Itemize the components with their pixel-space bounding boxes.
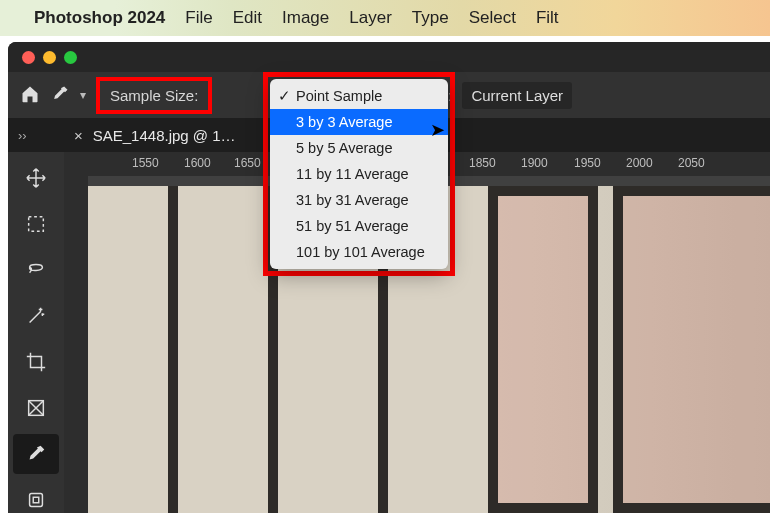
menu-file[interactable]: File <box>185 8 212 28</box>
window-zoom-button[interactable] <box>64 51 77 64</box>
move-tool[interactable] <box>13 158 59 198</box>
patch-tool[interactable] <box>13 480 59 513</box>
menu-edit[interactable]: Edit <box>233 8 262 28</box>
mac-menubar: Photoshop 2024 File Edit Image Layer Typ… <box>0 0 770 36</box>
menu-select[interactable]: Select <box>469 8 516 28</box>
dropdown-item-51by51[interactable]: 51 by 51 Average <box>270 213 448 239</box>
checkmark-icon: ✓ <box>278 88 291 104</box>
lasso-tool[interactable] <box>13 250 59 290</box>
dropdown-item-101by101[interactable]: 101 by 101 Average <box>270 239 448 265</box>
sample-size-highlight: Sample Size: <box>96 77 212 114</box>
frame-tool[interactable] <box>13 388 59 428</box>
dropdown-item-11by11[interactable]: 11 by 11 Average <box>270 161 448 187</box>
tool-preset-chevron-icon[interactable]: ▾ <box>80 88 86 102</box>
wand-tool[interactable] <box>13 296 59 336</box>
svg-rect-2 <box>30 494 43 507</box>
ruler-tick: 2000 <box>626 156 653 170</box>
dropdown-item-3by3[interactable]: 3 by 3 Average <box>270 109 448 135</box>
home-icon[interactable] <box>20 84 40 107</box>
document-tab-title[interactable]: SAE_1448.jpg @ 1… <box>93 127 236 144</box>
tab-close-icon[interactable]: × <box>74 127 83 144</box>
menu-layer[interactable]: Layer <box>349 8 392 28</box>
app-name[interactable]: Photoshop 2024 <box>34 8 165 28</box>
window-titlebar <box>8 42 770 72</box>
ruler-tick: 1600 <box>184 156 211 170</box>
dropdown-item-point-sample[interactable]: ✓ Point Sample <box>270 83 448 109</box>
window-minimize-button[interactable] <box>43 51 56 64</box>
vertical-ruler[interactable] <box>64 176 88 513</box>
sample-size-dropdown[interactable]: ✓ Point Sample 3 by 3 Average 5 by 5 Ave… <box>270 79 448 269</box>
sample-value-dropdown[interactable]: Current Layer <box>462 82 572 109</box>
dropdown-item-5by5[interactable]: 5 by 5 Average <box>270 135 448 161</box>
crop-tool[interactable] <box>13 342 59 382</box>
eyedropper-icon[interactable] <box>50 84 70 107</box>
ruler-tick: 1650 <box>234 156 261 170</box>
ruler-tick: 1850 <box>469 156 496 170</box>
dropdown-item-31by31[interactable]: 31 by 31 Average <box>270 187 448 213</box>
tab-drag-handle-icon[interactable]: ›› <box>8 128 74 143</box>
sample-size-label[interactable]: Sample Size: <box>110 87 198 104</box>
eyedropper-tool[interactable] <box>13 434 59 474</box>
svg-rect-0 <box>29 217 44 232</box>
tools-panel <box>8 152 64 513</box>
menu-image[interactable]: Image <box>282 8 329 28</box>
menu-filter[interactable]: Filt <box>536 8 559 28</box>
sample-size-dropdown-highlight: ✓ Point Sample 3 by 3 Average 5 by 5 Ave… <box>263 72 455 276</box>
svg-rect-3 <box>33 497 39 503</box>
window-close-button[interactable] <box>22 51 35 64</box>
menu-type[interactable]: Type <box>412 8 449 28</box>
ruler-tick: 1550 <box>132 156 159 170</box>
marquee-tool[interactable] <box>13 204 59 244</box>
ruler-tick: 2050 <box>678 156 705 170</box>
ruler-tick: 1950 <box>574 156 601 170</box>
ruler-tick: 1900 <box>521 156 548 170</box>
